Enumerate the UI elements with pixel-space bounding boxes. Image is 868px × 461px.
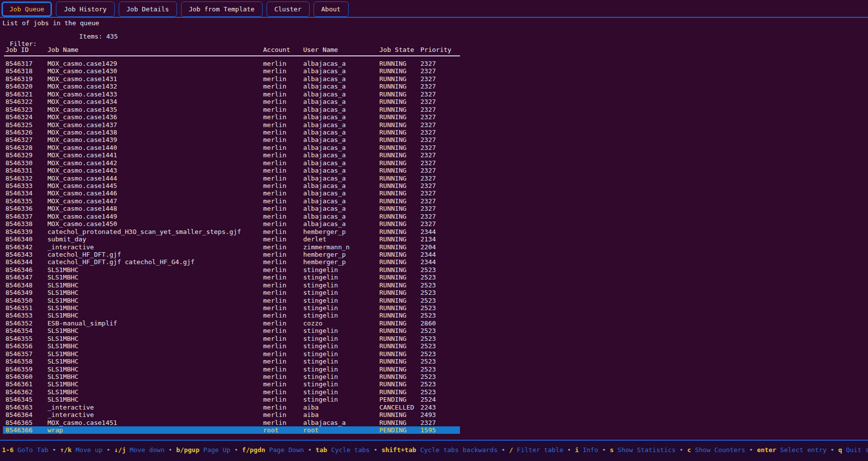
help-separator: •	[370, 446, 381, 454]
table-row[interactable]: 8546362SLS1MBHCmerlinstingelinRUNNING252…	[3, 388, 460, 396]
table-row[interactable]: 8546321MOX_casmo.case1433merlinalbajacas…	[3, 91, 460, 98]
tab-job-queue[interactable]: Job Queue	[1, 1, 52, 17]
table-row[interactable]: 8546329MOX_casmo.case1441merlinalbajacas…	[3, 151, 460, 159]
cell-job-state: RUNNING	[379, 350, 420, 358]
cell-job-state: RUNNING	[379, 144, 420, 151]
cell-job-state: RUNNING	[379, 91, 420, 98]
cell-account: merlin	[263, 266, 303, 274]
table-row[interactable]: 8546361SLS1MBHCmerlinstingelinRUNNING252…	[3, 380, 460, 388]
table-row[interactable]: 8546360SLS1MBHCmerlinstingelinRUNNING252…	[3, 373, 460, 380]
cell-job-id: 8546331	[5, 167, 47, 174]
cell-job-name: MOX_casmo.case1435	[47, 106, 263, 113]
cell-priority: 2327	[420, 213, 460, 220]
cell-account: merlin	[263, 182, 303, 189]
tab-job-from-template[interactable]: Job from Template	[181, 1, 263, 17]
cell-user-name: stingelin	[303, 327, 379, 334]
table-row[interactable]: 8546354SLS1MBHCmerlinstingelinRUNNING252…	[3, 327, 460, 334]
table-row[interactable]: 8546348SLS1MBHCmerlinstingelinRUNNING252…	[3, 281, 460, 289]
cell-priority: 2523	[420, 335, 460, 342]
cell-account: merlin	[263, 350, 303, 358]
cell-job-state: RUNNING	[379, 129, 420, 136]
table-row[interactable]: 8546340submit_daymerlinderletRUNNING2134	[3, 235, 460, 243]
table-row[interactable]: 8546350SLS1MBHCmerlinstingelinRUNNING252…	[3, 297, 460, 304]
table-row[interactable]: 8546345SLS1MBHCmerlinstingelinPENDING252…	[3, 396, 460, 403]
table-row[interactable]: 8546333MOX_casmo.case1445merlinalbajacas…	[3, 182, 460, 189]
help-separator: •	[826, 446, 838, 454]
table-row[interactable]: 8546322MOX_casmo.case1434merlinalbajacas…	[3, 98, 460, 105]
table-row[interactable]: 8546325MOX_casmo.case1437merlinalbajacas…	[3, 121, 460, 129]
table-row[interactable]: 8546331MOX_casmo.case1443merlinalbajacas…	[3, 167, 460, 174]
cell-user-name: stingelin	[303, 281, 379, 289]
table-row[interactable]: 8546317MOX_casmo.case1429merlinalbajacas…	[3, 60, 460, 67]
table-row[interactable]: 8546342_interactivemerlinzimmermann_nRUN…	[3, 243, 460, 251]
cell-job-id: 8546330	[5, 159, 47, 167]
table-row[interactable]: 8546320MOX_casmo.case1432merlinalbajacas…	[3, 83, 460, 90]
cell-job-name: MOX_casmo.case1444	[47, 175, 263, 182]
table-row[interactable]: 8546355SLS1MBHCmerlinstingelinRUNNING252…	[3, 335, 460, 342]
cell-job-name: _interactive	[47, 404, 263, 411]
table-row[interactable]: 8546365MOX_casmo.case1451merlinalbajacas…	[3, 419, 460, 426]
table-row[interactable]: 8546358SLS1MBHCmerlinstingelinRUNNING252…	[3, 358, 460, 365]
table-row[interactable]: 8546328MOX_casmo.case1440merlinalbajacas…	[3, 144, 460, 151]
table-row[interactable]: 8546351SLS1MBHCmerlinstingelinRUNNING252…	[3, 304, 460, 312]
column-header-job-id: Job ID	[5, 46, 47, 53]
cell-user-name: albajacas_a	[303, 67, 379, 75]
table-row[interactable]: 8546353SLS1MBHCmerlinstingelinRUNNING252…	[3, 312, 460, 319]
cell-job-name: MOX_casmo.case1436	[47, 113, 263, 121]
cell-priority: 2523	[420, 350, 460, 358]
table-row[interactable]: 8546327MOX_casmo.case1439merlinalbajacas…	[3, 136, 460, 143]
table-row[interactable]: 8546356SLS1MBHCmerlinstingelinRUNNING252…	[3, 342, 460, 350]
table-row[interactable]: 8546364_interactivemerlinaibaRUNNING2493	[3, 411, 460, 418]
cell-priority: 2243	[420, 404, 460, 411]
table-row-selected[interactable]: 8546366wraprootrootPENDING1595	[3, 426, 460, 434]
table-row[interactable]: 8546318MOX_casmo.case1430merlinalbajacas…	[3, 67, 460, 75]
table-row[interactable]: 8546324MOX_casmo.case1436merlinalbajacas…	[3, 113, 460, 121]
cell-job-state: RUNNING	[379, 106, 420, 113]
cell-priority: 2327	[420, 419, 460, 426]
cell-job-id: 8546363	[5, 404, 47, 411]
cell-job-state: RUNNING	[379, 266, 420, 274]
cell-job-name: MOX_casmo.case1447	[47, 197, 263, 205]
table-row[interactable]: 8546334MOX_casmo.case1446merlinalbajacas…	[3, 189, 460, 197]
table-row[interactable]: 8546319MOX_casmo.case1431merlinalbajacas…	[3, 75, 460, 83]
tab-job-details[interactable]: Job Details	[119, 1, 177, 17]
cell-user-name: stingelin	[303, 380, 379, 388]
cell-priority: 2327	[420, 113, 460, 121]
table-row[interactable]: 8546330MOX_casmo.case1442merlinalbajacas…	[3, 159, 460, 167]
table-row[interactable]: 8546332MOX_casmo.case1444merlinalbajacas…	[3, 175, 460, 182]
table-row[interactable]: 8546346SLS1MBHCmerlinstingelinRUNNING252…	[3, 266, 460, 274]
cell-user-name: zimmermann_n	[303, 243, 379, 251]
table-row[interactable]: 8546337MOX_casmo.case1449merlinalbajacas…	[3, 213, 460, 220]
table-row[interactable]: 8546343catechol_HF_DFT.gjfmerlinhemberge…	[3, 251, 460, 258]
help-separator: •	[598, 446, 609, 454]
table-row[interactable]: 8546336MOX_casmo.case1448merlinalbajacas…	[3, 205, 460, 212]
table-row[interactable]: 8546323MOX_casmo.case1435merlinalbajacas…	[3, 106, 460, 113]
cell-account: merlin	[263, 289, 303, 296]
tab-job-history[interactable]: Job History	[56, 1, 114, 17]
table-row[interactable]: 8546352ESB-manual_simplifmerlincozzoRUNN…	[3, 320, 460, 327]
help-description: Cycle tabs	[327, 446, 370, 454]
cell-user-name: albajacas_a	[303, 129, 379, 136]
help-description: Select entry	[777, 446, 827, 454]
cell-job-name: MOX_casmo.case1448	[47, 205, 263, 212]
help-description: Move up	[72, 446, 103, 454]
table-row[interactable]: 8546349SLS1MBHCmerlinstingelinRUNNING252…	[3, 289, 460, 296]
table-row[interactable]: 8546338MOX_casmo.case1450merlinalbajacas…	[3, 220, 460, 228]
table-row[interactable]: 8546357SLS1MBHCmerlinstingelinRUNNING252…	[3, 350, 460, 358]
cell-priority: 2327	[420, 144, 460, 151]
cell-priority: 2327	[420, 136, 460, 143]
table-row[interactable]: 8546344catechol_HF_DFT.gjf catechol_HF_G…	[3, 258, 460, 266]
cell-user-name: stingelin	[303, 312, 379, 319]
table-row[interactable]: 8546339catechol_protonated_H3O_scan_yet_…	[3, 228, 460, 235]
tab-about[interactable]: About	[314, 1, 349, 17]
table-row[interactable]: 8546359SLS1MBHCmerlinstingelinRUNNING252…	[3, 366, 460, 373]
cell-user-name: stingelin	[303, 304, 379, 312]
cell-job-id: 8546350	[5, 297, 47, 304]
table-row[interactable]: 8546326MOX_casmo.case1438merlinalbajacas…	[3, 129, 460, 136]
cell-user-name: hemberger_p	[303, 258, 379, 266]
table-row[interactable]: 8546335MOX_casmo.case1447merlinalbajacas…	[3, 197, 460, 205]
table-row[interactable]: 8546363_interactivemerlinaibaCANCELLED22…	[3, 404, 460, 411]
cell-job-id: 8546325	[5, 121, 47, 129]
tab-cluster[interactable]: Cluster	[267, 1, 310, 17]
table-row[interactable]: 8546347SLS1MBHCmerlinstingelinRUNNING252…	[3, 274, 460, 281]
